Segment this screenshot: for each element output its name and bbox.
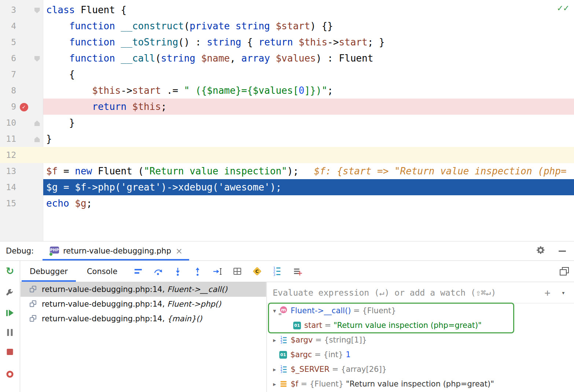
expander-icon[interactable]: ▸ <box>270 337 279 344</box>
code-text: function __construct(private string $sta… <box>43 18 574 34</box>
gutter-cell: 7 <box>0 66 43 82</box>
close-tab-icon[interactable]: × <box>176 246 183 256</box>
equals-sign: = <box>312 350 323 359</box>
variable-type: {string[1]} <box>324 336 367 344</box>
variable-name: Fluent->__call() <box>291 306 351 315</box>
method-icon: m∞ <box>279 307 287 315</box>
hide-toolwindow-icon[interactable] <box>559 251 566 252</box>
array-icon: 123 <box>279 365 287 373</box>
stack-frame-row[interactable]: return-value-debugging.php:14, Fluent->_… <box>21 282 266 297</box>
gutter-cell: 14 <box>0 179 43 195</box>
wrench-settings-icon[interactable] <box>5 288 14 298</box>
run-to-cursor-icon[interactable] <box>213 267 222 276</box>
variable-type: {int} <box>323 350 343 359</box>
evaluate-expression-bar[interactable]: Evaluate expression (↵) or add a watch (… <box>267 282 574 303</box>
gutter-cell: 10 <box>0 115 43 131</box>
step-over-icon[interactable] <box>153 267 163 276</box>
stack-frame-row[interactable]: return-value-debugging.php:14, {main}() <box>21 311 266 326</box>
check-icon: ✓ <box>557 3 563 13</box>
tab-debugger[interactable]: Debugger <box>20 261 77 282</box>
debug-session-tab[interactable]: PHP return-value-debugging.php × <box>43 241 189 260</box>
code-line: 5 function __toString() : string { retur… <box>0 34 574 50</box>
variable-name: $argc <box>290 350 312 359</box>
new-watch-icon[interactable]: + <box>292 267 301 276</box>
code-text: function __call(string $name, array $val… <box>43 50 574 66</box>
equals-sign: = <box>298 380 310 388</box>
variable-name: $_SERVER <box>291 365 330 374</box>
line-number: 14 <box>0 179 16 195</box>
plus-badge: + <box>297 269 303 277</box>
tab-console[interactable]: Console <box>77 261 127 282</box>
variable-row[interactable]: ▾m∞Fluent->__call() = {Fluent} <box>267 303 574 318</box>
code-text: $this->start .= " ({$name}={$values[0]})… <box>43 82 574 99</box>
settings-gear-icon[interactable] <box>536 245 545 257</box>
toolwindow-title: Debug: <box>0 247 34 255</box>
code-editor[interactable]: 3class Fluent {4 function __construct(pr… <box>0 0 574 241</box>
stack-frame-row[interactable]: return-value-debugging.php:14, Fluent->p… <box>21 297 266 311</box>
code-line: 15echo $g; <box>0 195 574 211</box>
line-number: 11 <box>0 131 16 147</box>
equals-sign: = <box>322 321 334 330</box>
fold-marker-icon[interactable] <box>34 121 40 126</box>
gutter-cell: 5 <box>0 34 43 50</box>
gutter-cell: 6 <box>0 50 43 66</box>
array-icon: 123 <box>279 336 287 344</box>
line-number: 10 <box>0 115 16 131</box>
rerun-debugger-icon[interactable]: ↻ <box>6 266 14 276</box>
gutter-cell: 15 <box>0 195 43 211</box>
fold-marker-icon[interactable] <box>34 137 40 142</box>
tab-debugger-label: Debugger <box>30 267 68 276</box>
code-line: 10 } <box>0 115 574 131</box>
variable-type: {array[26]} <box>341 365 387 374</box>
view-breakpoints-icon[interactable] <box>7 371 14 378</box>
code-line: 4 function __construct(private string $s… <box>0 18 574 34</box>
code-text: function __toString() : string { return … <box>43 34 574 50</box>
code-line: 8 $this->start .= " ({$name}={$values[0]… <box>0 82 574 99</box>
debug-toolwindow-header: Debug: PHP return-value-debugging.php × <box>0 241 574 261</box>
debug-tab-title: return-value-debugging.php <box>63 247 171 255</box>
show-values-list-icon[interactable]: 123 <box>272 267 282 276</box>
variable-row[interactable]: ▸123$argv = {string[1]} <box>267 333 574 347</box>
expander-icon[interactable]: ▸ <box>270 366 279 373</box>
frame-label: return-value-debugging.php:14, Fluent->_… <box>42 285 227 294</box>
add-watch-plus-icon[interactable]: + <box>544 288 550 297</box>
show-execution-point-icon[interactable] <box>133 267 143 276</box>
variable-row[interactable]: ▸$f = {Fluent} "Return value inspection … <box>267 377 574 391</box>
editor-lines: 3class Fluent {4 function __construct(pr… <box>0 2 574 211</box>
code-text <box>43 147 574 163</box>
equals-sign: = <box>313 336 324 344</box>
variable-row[interactable]: 01start = "Return value inspection (php=… <box>267 318 574 333</box>
pause-program-icon[interactable] <box>7 329 13 336</box>
code-text: $g = $f->php('great')->xdebug('awesome')… <box>43 179 574 195</box>
step-out-icon[interactable] <box>193 267 202 276</box>
variable-row[interactable]: ▸123$_SERVER = {array[26]} <box>267 362 574 377</box>
inspections-widget[interactable]: ✓ ✓ <box>557 2 569 13</box>
tab-console-label: Console <box>87 267 117 276</box>
fold-marker-icon[interactable] <box>34 8 40 13</box>
dropdown-chevron-icon[interactable]: ▾ <box>562 289 565 296</box>
variables-tree: ▾m∞Fluent->__call() = {Fluent}01start = … <box>267 303 574 391</box>
gutter-cell: 12 <box>0 147 43 163</box>
line-number: 8 <box>0 82 16 99</box>
frame-label: return-value-debugging.php:14, {main}() <box>42 314 202 323</box>
inline-debugger-hint: $f: {start => "Return value inspection (… <box>314 166 567 177</box>
step-into-icon[interactable] <box>173 267 183 276</box>
console-badge: C <box>255 269 259 274</box>
frames-list: return-value-debugging.php:14, Fluent->_… <box>21 282 266 326</box>
variable-value: "Return value inspection (php=great)" <box>346 380 494 388</box>
stop-icon[interactable] <box>7 349 13 355</box>
line-number: 3 <box>0 2 16 18</box>
variable-row[interactable]: 01$argc = {int} 1 <box>267 347 574 362</box>
equals-sign: = <box>330 365 341 374</box>
php-console-icon[interactable]: C <box>252 267 262 276</box>
gutter-cell: 3 <box>0 2 43 18</box>
expander-icon[interactable]: ▸ <box>270 381 279 388</box>
layout-settings-icon[interactable] <box>560 267 569 275</box>
gutter-cell: 4 <box>0 18 43 34</box>
resume-program-icon[interactable] <box>6 310 14 316</box>
breakpoint-icon[interactable]: ✓ <box>20 103 28 111</box>
code-line: 11} <box>0 131 574 147</box>
view-as-table-icon[interactable] <box>232 267 242 276</box>
code-text: } <box>43 131 574 147</box>
fold-marker-icon[interactable] <box>34 56 40 62</box>
